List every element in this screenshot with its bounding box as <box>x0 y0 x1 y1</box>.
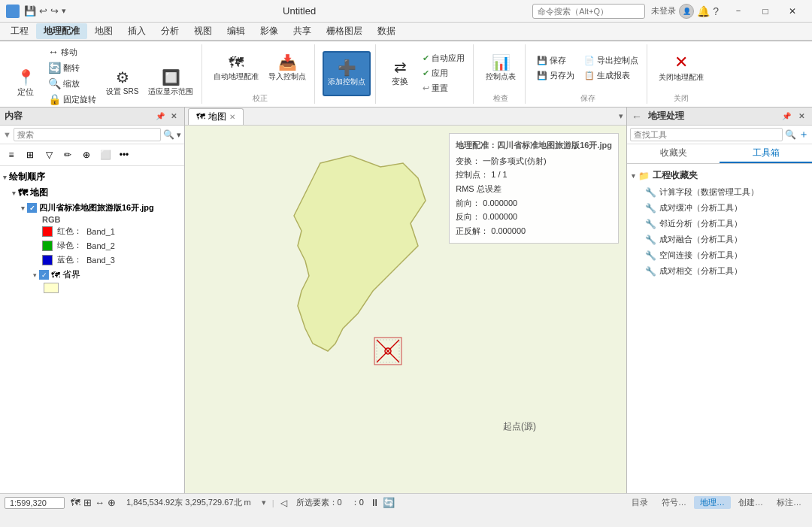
locate-status-icon[interactable]: ↔ <box>95 497 105 508</box>
geo-item-2[interactable]: 🔧 邻近分析（分析工具） <box>630 216 809 232</box>
help-icon[interactable]: ? <box>713 5 719 17</box>
save-as-button[interactable]: 💾 另存为 <box>533 68 578 83</box>
geo-item-4[interactable]: 🔧 空间连接（分析工具） <box>630 247 809 263</box>
move-button[interactable]: ↔ 移动 <box>44 44 100 59</box>
coords-dropdown-icon[interactable]: ▾ <box>262 498 266 507</box>
menu-edit[interactable]: 编辑 <box>220 23 253 39</box>
add-control-point-button[interactable]: ➕ 添加控制点 <box>323 51 371 96</box>
menu-analysis[interactable]: 分析 <box>153 23 186 39</box>
geo-tab-favorites[interactable]: 收藏夹 <box>627 144 720 163</box>
edit-layer-icon[interactable]: ✏ <box>59 147 76 163</box>
fix-rotate-button[interactable]: 🔒 固定旋转 <box>44 92 100 107</box>
map-layer-header[interactable]: ▾ 🗺 地图 <box>12 185 181 201</box>
map-tab-dropdown[interactable]: ▾ <box>619 111 623 121</box>
search-options-icon[interactable]: ▾ <box>177 130 181 140</box>
command-search-input[interactable] <box>532 4 645 19</box>
geo-item-1[interactable]: 🔧 成对缓冲（分析工具） <box>630 200 809 216</box>
pause-icon[interactable]: ⏸ <box>370 497 380 508</box>
auto-apply-button[interactable]: ✔ 自动应用 <box>419 51 468 65</box>
status-tab-create[interactable]: 创建… <box>732 496 769 509</box>
refresh-icon[interactable]: 🔄 <box>383 497 395 508</box>
geo-pin-button[interactable]: 📌 <box>780 111 792 123</box>
map-nav-icon[interactable]: 🗺 <box>71 497 80 508</box>
sichuan-layer-header[interactable]: ▾ ✓ 四川省标准地图旅游版16开.jpg <box>21 201 181 215</box>
apply-button[interactable]: ✔ 应用 <box>419 66 468 80</box>
srs-button[interactable]: ⚙ 设置 SRS <box>102 61 142 106</box>
province-layer-item[interactable]: ▾ ✓ 🗺 省界 <box>21 267 181 283</box>
close-georef-button[interactable]: ✕ 关闭地理配准 <box>655 46 707 91</box>
flip-button[interactable]: 🔄 翻转 <box>44 60 100 75</box>
geo-item-3[interactable]: 🔧 成对融合（分析工具） <box>630 232 809 247</box>
geo-back-button[interactable]: ← <box>632 111 642 123</box>
auto-georef-button[interactable]: 🗺 自动地理配准 <box>210 46 262 91</box>
grid-icon[interactable]: ⊞ <box>83 497 92 508</box>
status-tab-symbol[interactable]: 符号… <box>656 496 692 509</box>
panel-close-button[interactable]: ✕ <box>168 111 180 123</box>
status-tab-catalog[interactable]: 目录 <box>626 496 654 509</box>
geo-add-button[interactable]: ＋ <box>798 128 809 141</box>
map-tab[interactable]: 🗺 地图 ✕ <box>188 108 244 125</box>
list-view-icon[interactable]: ≡ <box>3 147 20 163</box>
search-icon[interactable]: 🔍 <box>163 129 174 140</box>
status-icons-right: ⏸ 🔄 <box>370 497 395 508</box>
menu-view[interactable]: 视图 <box>186 23 220 39</box>
menu-share[interactable]: 共享 <box>286 23 319 39</box>
save-button[interactable]: 💾 保存 <box>533 53 578 68</box>
geo-tab-toolbox[interactable]: 工具箱 <box>720 144 812 163</box>
sichuan-checkbox[interactable]: ✓ <box>27 203 37 213</box>
settings-icon[interactable]: ⬜ <box>97 147 114 163</box>
status-tab-geo[interactable]: 地理… <box>694 496 731 509</box>
save-group-label: 保存 <box>580 92 595 104</box>
filter-tool-icon[interactable]: ▽ <box>41 147 57 163</box>
province-checkbox[interactable]: ✓ <box>39 270 49 280</box>
close-buttons: ✕ 关闭地理配准 <box>655 44 707 92</box>
import-cp-button[interactable]: 📥 导入控制点 <box>265 46 310 91</box>
menu-insert[interactable]: 插入 <box>120 23 153 39</box>
menu-map[interactable]: 地图 <box>87 23 120 39</box>
panel-pin-button[interactable]: 📌 <box>154 111 166 123</box>
more-options-icon[interactable]: ••• <box>116 147 132 163</box>
zoom-button[interactable]: 🔍 缩放 <box>44 76 100 91</box>
map-canvas[interactable]: 地理配准：四川省标准地图旅游版16开.jpg 变换： 一阶多项式(仿射) 控制点… <box>185 126 626 493</box>
info-georef-label: 地理配准： <box>456 141 497 150</box>
menu-data[interactable]: 数据 <box>370 23 403 39</box>
gen-report-button[interactable]: 📋 生成报表 <box>580 68 642 83</box>
menu-imagery[interactable]: 影像 <box>253 23 286 39</box>
user-avatar[interactable]: 👤 <box>679 4 694 19</box>
geo-item-0[interactable]: 🔧 计算字段（数据管理工具） <box>630 184 809 200</box>
maximize-button[interactable]: □ <box>752 0 779 23</box>
add-layer-icon[interactable]: ⊕ <box>78 147 95 163</box>
extent-icon[interactable]: ⊕ <box>108 497 116 508</box>
reset-button[interactable]: ↩ 重置 <box>419 81 468 95</box>
geo-search-input[interactable] <box>630 128 783 141</box>
export-cp-button[interactable]: 📄 导出控制点 <box>580 53 642 68</box>
geo-folder-project[interactable]: ▾ 📁 工程收藏夹 <box>630 167 809 184</box>
cp-table-button[interactable]: 📊 控制点表 <box>481 46 520 91</box>
transform-button[interactable]: ⇄ 变换 <box>383 51 417 96</box>
locate-button[interactable]: 📍 定位 <box>9 61 42 106</box>
user-area[interactable]: 未登录 👤 🔔 ? <box>651 4 719 19</box>
redo-quick-icon[interactable]: ↪ <box>50 5 59 17</box>
table-view-icon[interactable]: ⊞ <box>22 147 38 163</box>
menu-project[interactable]: 工程 <box>3 23 36 39</box>
scale-selector[interactable]: 1:599,320 <box>5 497 65 509</box>
geo-item-5[interactable]: 🔧 成对相交（分析工具） <box>630 263 809 279</box>
selected-value: ：0 <box>351 497 364 508</box>
map-tab-close-button[interactable]: ✕ <box>229 113 235 121</box>
geo-close-button[interactable]: ✕ <box>795 111 807 123</box>
status-tab-annotation[interactable]: 标注… <box>771 496 807 509</box>
content-search-input[interactable] <box>14 128 161 141</box>
select-icon[interactable]: ◁ <box>280 498 287 508</box>
close-window-button[interactable]: ✕ <box>779 0 806 23</box>
undo-quick-icon[interactable]: ↩ <box>39 5 47 17</box>
fit-display-button[interactable]: 🔲 适应显示范围 <box>144 61 197 106</box>
menu-raster[interactable]: 栅格图层 <box>319 23 370 39</box>
forward-value: 0.000000 <box>483 198 517 207</box>
menu-georef[interactable]: 地理配准 <box>36 23 87 39</box>
save-quick-icon[interactable]: 💾 <box>24 5 36 17</box>
province-icon: 🗺 <box>51 270 60 280</box>
geo-search-icon[interactable]: 🔍 <box>785 129 796 140</box>
drawing-order-header[interactable]: ▾ 绘制顺序 <box>3 169 181 185</box>
notification-icon[interactable]: 🔔 <box>697 5 710 17</box>
minimize-button[interactable]: － <box>725 0 752 23</box>
